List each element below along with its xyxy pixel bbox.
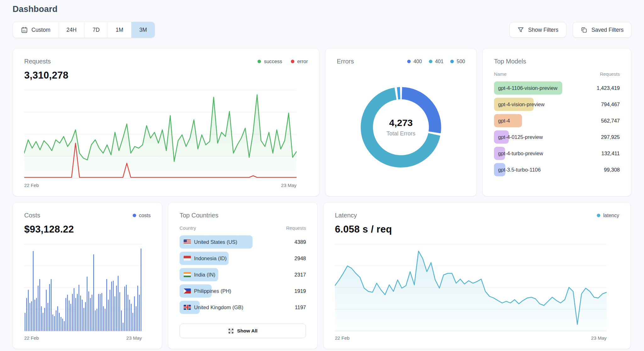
country-name: Philippines (PH) [180, 288, 231, 294]
latency-card-title: Latency [335, 212, 357, 219]
show-all-button[interactable]: Show All [180, 324, 306, 338]
model-name: gpt-4-vision-preview [494, 101, 545, 107]
model-cell: gpt-4-turbo-preview [494, 147, 599, 160]
model-requests: 794,467 [601, 101, 620, 107]
latency-card: Latency latency 6.058 s / req 22 Feb 23 … [323, 202, 631, 349]
range-button-custom[interactable]: Custom [13, 22, 58, 38]
legend-item-401[interactable]: 401 [429, 59, 444, 64]
table-row: gpt-3.5-turbo-110699,308 [494, 162, 620, 178]
country-name: United Kingdom (GB) [180, 304, 243, 310]
funnel-icon [517, 26, 524, 33]
legend-item-error[interactable]: error [291, 59, 308, 64]
latency-line-chart [335, 243, 607, 332]
range-label: 1M [116, 27, 123, 33]
top-models-rows: gpt-4-1106-vision-preview1,423,419gpt-4-… [494, 80, 620, 178]
country-name: United States (US) [180, 239, 237, 245]
requests-chart-area [24, 89, 297, 180]
range-label: 24H [66, 27, 76, 33]
dashboard-page: Dashboard Custom24H7D1M3M Show Filters S… [0, 0, 644, 349]
table-row: gpt-4-vision-preview794,467 [494, 96, 620, 112]
column-header-requests: Requests [600, 71, 620, 77]
top-countries-title: Top Countries [180, 212, 218, 219]
range-button-7d[interactable]: 7D [85, 22, 108, 38]
legend-item-400[interactable]: 400 [407, 59, 422, 64]
top-models-card: Top Models Name Requests gpt-4-1106-visi… [482, 48, 631, 196]
country-requests: 1919 [294, 288, 306, 294]
country-requests: 2948 [294, 255, 306, 261]
expand-icon [228, 328, 234, 334]
legend-item-latency[interactable]: latency [597, 213, 619, 218]
top-countries-header: Top Countries [180, 212, 306, 219]
model-name: gpt-4-0125-preview [494, 134, 543, 140]
costs-x-axis: 22 Feb 23 May [24, 335, 142, 341]
country-name: Indonesia (ID) [180, 255, 227, 261]
model-cell: gpt-4-0125-preview [494, 130, 598, 144]
latency-total: 6.058 s / req [335, 224, 619, 235]
legend-label: 400 [414, 59, 422, 64]
range-button-3m[interactable]: 3M [131, 22, 155, 38]
top-countries-rows: United States (US)4389Indonesia (ID)2948… [180, 234, 306, 315]
errors-donut-wrap: 4,273 Total Errors [337, 66, 465, 188]
model-cell: gpt-4 [494, 114, 598, 127]
legend-item-success[interactable]: success [258, 59, 282, 64]
model-name: gpt-4-1106-vision-preview [494, 85, 558, 91]
table-row: India (IN)2317 [180, 266, 306, 283]
model-requests: 297,925 [601, 134, 620, 140]
legend-item-500[interactable]: 500 [450, 59, 465, 64]
table-row: gpt-4-0125-preview297,925 [494, 129, 620, 145]
latency-chart-area [335, 243, 607, 332]
copy-icon [580, 26, 587, 33]
table-row: United States (US)4389 [180, 234, 306, 250]
legend-label: costs [139, 213, 151, 218]
costs-legend: costs [133, 213, 151, 218]
x-axis-start-label: 22 Feb [24, 183, 39, 188]
legend-label: 401 [435, 59, 444, 64]
requests-total: 3,310,278 [24, 70, 308, 81]
cards-row-2: Costs costs $93,128.22 22 Feb 23 May Top… [13, 202, 631, 349]
flag-ph-icon [184, 288, 191, 293]
top-countries-column-headers: Country Requests [180, 225, 306, 231]
costs-bar-chart [24, 243, 142, 332]
legend-item-costs[interactable]: costs [133, 213, 151, 218]
top-models-column-headers: Name Requests [494, 71, 620, 77]
saved-filters-label: Saved Filters [591, 27, 624, 33]
errors-total: 4,273 [386, 118, 415, 128]
errors-card: Errors 400401500 4,273 Total Errors [325, 48, 477, 196]
errors-subtitle: Total Errors [386, 130, 415, 137]
range-label: 7D [92, 27, 99, 33]
model-cell: gpt-3.5-turbo-1106 [494, 163, 602, 176]
model-requests: 1,423,419 [597, 85, 620, 91]
model-cell: gpt-4-vision-preview [494, 98, 598, 111]
errors-donut-center: 4,273 Total Errors [386, 118, 415, 137]
show-filters-label: Show Filters [528, 27, 558, 33]
range-button-24h[interactable]: 24H [58, 22, 85, 38]
country-cell: Indonesia (ID) [180, 252, 292, 265]
legend-label: 500 [457, 59, 465, 64]
show-filters-button[interactable]: Show Filters [509, 22, 566, 38]
range-button-1m[interactable]: 1M [108, 22, 131, 38]
time-range-group: Custom24H7D1M3M [13, 22, 155, 38]
legend-label: error [297, 59, 308, 64]
legend-dot-icon [258, 60, 261, 63]
requests-card: Requests successerror 3,310,278 22 Feb 2… [13, 48, 319, 196]
top-models-title: Top Models [494, 58, 526, 65]
legend-dot-icon [429, 60, 432, 63]
country-requests: 2317 [294, 272, 306, 278]
requests-card-header: Requests successerror [24, 58, 308, 65]
country-name: India (IN) [180, 272, 215, 278]
top-countries-card: Top Countries Country Requests United St… [168, 202, 318, 349]
column-header-name: Name [494, 71, 507, 77]
requests-legend: successerror [258, 59, 308, 64]
country-name-label: India (IN) [194, 272, 215, 278]
x-axis-start-label: 22 Feb [335, 335, 350, 341]
saved-filters-button[interactable]: Saved Filters [573, 22, 631, 38]
latency-legend: latency [597, 213, 619, 218]
costs-card: Costs costs $93,128.22 22 Feb 23 May [13, 202, 162, 349]
requests-card-title: Requests [24, 58, 51, 65]
country-name-label: Indonesia (ID) [194, 255, 227, 261]
flag-id-icon [184, 256, 191, 261]
column-header-country: Country [180, 225, 196, 231]
errors-card-title: Errors [337, 58, 354, 65]
costs-card-title: Costs [24, 212, 40, 219]
flag-us-icon [184, 239, 191, 244]
